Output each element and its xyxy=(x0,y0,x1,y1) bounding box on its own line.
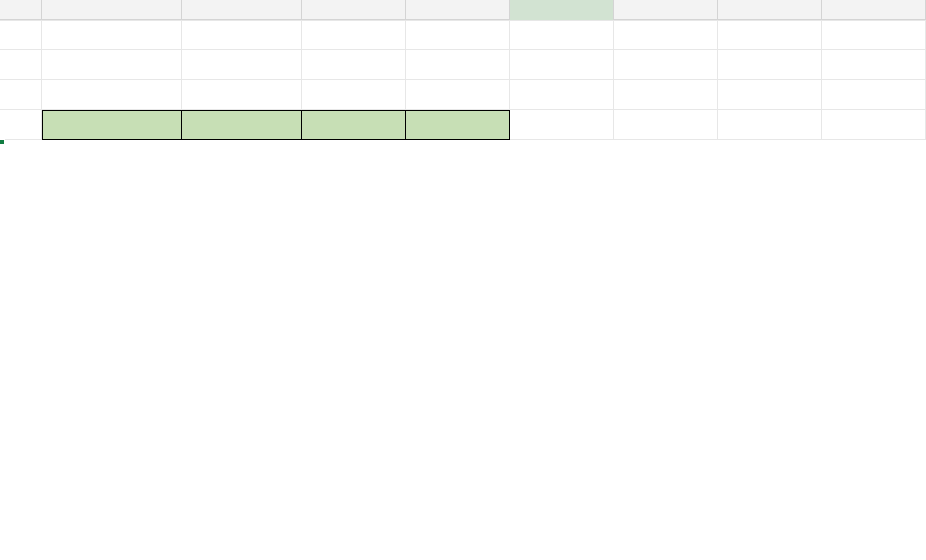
cell[interactable] xyxy=(510,80,614,110)
cell[interactable] xyxy=(182,80,302,110)
col-header-A[interactable] xyxy=(0,0,42,20)
cell[interactable] xyxy=(614,110,718,140)
grid[interactable] xyxy=(0,20,926,140)
cell[interactable] xyxy=(718,50,822,80)
column-headers xyxy=(0,0,926,20)
cell[interactable] xyxy=(822,50,926,80)
col-header-B[interactable] xyxy=(42,0,182,20)
col-header-E[interactable] xyxy=(406,0,510,20)
cell[interactable] xyxy=(614,50,718,80)
cell[interactable] xyxy=(510,20,614,50)
col-header-D[interactable] xyxy=(302,0,406,20)
cell[interactable] xyxy=(302,20,406,50)
cell[interactable] xyxy=(0,80,42,110)
cell[interactable] xyxy=(718,20,822,50)
cell[interactable] xyxy=(182,20,302,50)
cell[interactable] xyxy=(406,20,510,50)
cell[interactable] xyxy=(42,50,182,80)
cell[interactable] xyxy=(614,20,718,50)
table-header-dept[interactable] xyxy=(182,110,302,140)
table-header-name[interactable] xyxy=(42,110,182,140)
cell[interactable] xyxy=(510,50,614,80)
cell[interactable] xyxy=(822,80,926,110)
col-header-G[interactable] xyxy=(614,0,718,20)
cell[interactable] xyxy=(510,110,614,140)
instruction-text[interactable] xyxy=(406,50,510,80)
cell[interactable] xyxy=(0,110,42,140)
cell[interactable] xyxy=(822,110,926,140)
table-header-base[interactable] xyxy=(302,110,406,140)
cell[interactable] xyxy=(0,20,42,50)
active-cell-outline xyxy=(0,140,4,144)
cell[interactable] xyxy=(182,50,302,80)
cell[interactable] xyxy=(42,20,182,50)
cell[interactable] xyxy=(42,80,182,110)
cell[interactable] xyxy=(718,110,822,140)
table-header-bonus[interactable] xyxy=(406,110,510,140)
spreadsheet[interactable] xyxy=(0,0,926,560)
cell[interactable] xyxy=(302,80,406,110)
cell[interactable] xyxy=(822,20,926,50)
col-header-F[interactable] xyxy=(510,0,614,20)
cell[interactable] xyxy=(614,80,718,110)
cell[interactable] xyxy=(0,50,42,80)
col-header-C[interactable] xyxy=(182,0,302,20)
cell[interactable] xyxy=(718,80,822,110)
cell[interactable] xyxy=(302,50,406,80)
cell[interactable] xyxy=(406,80,510,110)
col-header-I[interactable] xyxy=(822,0,926,20)
col-header-H[interactable] xyxy=(718,0,822,20)
